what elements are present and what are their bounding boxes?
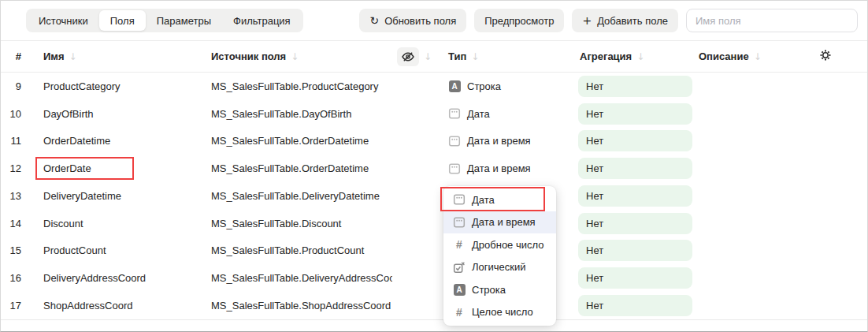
table-row: 11 OrderDatetime MS_SalesFullTable.Order… <box>1 128 867 155</box>
field-source-cell: MS_SalesFullTable.ProductCount <box>211 244 392 256</box>
eye-off-icon[interactable] <box>397 47 419 66</box>
field-name-cell[interactable]: OrderDate <box>37 162 211 174</box>
dropdown-item[interactable]: # Целое число <box>443 301 556 324</box>
refresh-icon: ↻ <box>369 15 379 26</box>
header-name[interactable]: Имя↓ <box>37 50 211 62</box>
table-row: 17 ShopAddressCoord MS_SalesFullTable.Sh… <box>1 292 867 319</box>
dropdown-item-label: Дробное число <box>472 239 543 251</box>
refresh-fields-button[interactable]: ↻ Обновить поля <box>359 9 466 32</box>
type-icon: # <box>453 238 466 251</box>
field-name-search-input[interactable] <box>686 9 858 32</box>
type-icon <box>453 216 466 229</box>
dropdown-item[interactable]: # Дробное число <box>443 233 556 256</box>
header-aggregation[interactable]: Агрегация↓ <box>578 50 692 62</box>
tab-label: Фильтрация <box>233 15 291 27</box>
sort-arrow-icon: ↓ <box>471 51 479 62</box>
field-aggregation-cell: Нет <box>578 295 692 316</box>
dropdown-item[interactable]: A Строка <box>443 278 556 301</box>
header-visibility[interactable]: ↓ <box>392 47 443 66</box>
table-header: # Имя↓ Источник поля↓ ↓ Тип↓ Агрегация↓ … <box>1 41 867 73</box>
type-label: Дата и время <box>467 162 531 174</box>
header-type[interactable]: Тип↓ <box>443 50 578 62</box>
field-name-cell[interactable]: OrderDatetime <box>37 135 211 147</box>
dropdown-item[interactable]: Дата <box>443 188 556 211</box>
field-source-cell: MS_SalesFullTable.DeliveryAddressCoord <box>211 272 392 284</box>
type-icon <box>448 162 461 175</box>
field-type-cell[interactable]: Дата и время <box>443 162 578 175</box>
field-aggregation-cell: Нет <box>578 158 692 179</box>
field-source-cell: MS_SalesFullTable.Discount <box>211 218 392 229</box>
table-row: 16 DeliveryAddressCoord MS_SalesFullTabl… <box>1 264 867 292</box>
table-row: 14 Discount MS_SalesFullTable.Discount Н… <box>1 210 867 237</box>
row-number: 16 <box>1 272 37 284</box>
tab[interactable]: Параметры <box>146 10 222 31</box>
field-aggregation-cell: Нет <box>578 240 692 261</box>
field-name-cell[interactable]: ShopAddressCoord <box>37 300 211 311</box>
sort-arrow-icon: ↓ <box>69 51 77 62</box>
sort-arrow-icon: ↓ <box>636 51 644 62</box>
dropdown-item[interactable]: Дата и время <box>443 211 556 234</box>
row-number: 13 <box>1 190 37 202</box>
aggregation-pill[interactable]: Нет <box>578 76 692 97</box>
aggregation-pill[interactable]: Нет <box>578 213 692 234</box>
tab[interactable]: Фильтрация <box>222 10 302 31</box>
field-name-cell[interactable]: Discount <box>37 218 211 229</box>
field-name-cell[interactable]: DeliveryAddressCoord <box>37 272 211 284</box>
header-number: # <box>1 50 37 62</box>
dropdown-item-label: Логический <box>472 261 525 273</box>
preview-button[interactable]: Предпросмотр <box>474 9 564 32</box>
fields-table-body: 9 ProductCategory MS_SalesFullTable.Prod… <box>1 73 867 320</box>
field-aggregation-cell: Нет <box>578 267 692 289</box>
sort-arrow-icon: ↓ <box>291 51 299 62</box>
gear-icon[interactable] <box>818 48 833 65</box>
field-name-cell[interactable]: ProductCount <box>37 244 211 256</box>
row-number: 14 <box>1 218 37 229</box>
aggregation-pill[interactable]: Нет <box>578 267 692 289</box>
field-aggregation-cell: Нет <box>578 103 692 125</box>
dropdown-item-label: Дата и время <box>472 216 536 228</box>
field-aggregation-cell: Нет <box>578 185 692 207</box>
type-label: Строка <box>467 80 501 92</box>
toolbar: Источники Поля Параметры Фильтрация ↻ Об… <box>1 1 867 41</box>
refresh-fields-label: Обновить поля <box>384 15 456 27</box>
field-source-cell: MS_SalesFullTable.ShopAddressCoord <box>211 300 392 311</box>
header-source[interactable]: Источник поля↓ <box>211 50 392 62</box>
header-settings <box>818 48 867 65</box>
field-type-cell[interactable]: A Строка <box>443 80 578 92</box>
field-aggregation-cell: Нет <box>578 213 692 234</box>
table-row: 9 ProductCategory MS_SalesFullTable.Prod… <box>1 73 867 100</box>
table-row: 15 ProductCount MS_SalesFullTable.Produc… <box>1 237 867 265</box>
field-name-cell[interactable]: DeliveryDatetime <box>37 190 211 202</box>
aggregation-pill[interactable]: Нет <box>578 185 692 207</box>
add-field-button[interactable]: + Добавить поле <box>572 9 678 32</box>
add-field-label: Добавить поле <box>597 15 668 27</box>
aggregation-pill[interactable]: Нет <box>578 240 692 261</box>
row-number: 15 <box>1 244 37 256</box>
field-name-cell[interactable]: DayOfBirth <box>37 108 211 120</box>
aggregation-pill[interactable]: Нет <box>578 130 692 151</box>
aggregation-pill[interactable]: Нет <box>578 295 692 316</box>
row-number: 17 <box>1 300 37 311</box>
dataset-fields-editor: Источники Поля Параметры Фильтрация ↻ Об… <box>0 0 868 332</box>
aggregation-pill[interactable]: Нет <box>578 103 692 125</box>
row-number: 12 <box>1 162 37 174</box>
tab-label: Поля <box>110 15 135 27</box>
tab[interactable]: Источники <box>28 10 99 31</box>
aggregation-pill[interactable]: Нет <box>578 158 692 179</box>
field-type-cell[interactable]: Дата <box>443 107 578 120</box>
type-icon <box>448 135 461 147</box>
field-type-cell[interactable]: Дата и время <box>443 135 578 147</box>
tab-label: Источники <box>39 15 88 27</box>
field-aggregation-cell: Нет <box>578 76 692 97</box>
plus-icon: + <box>582 15 592 26</box>
dropdown-item-label: Строка <box>472 284 506 296</box>
sort-arrow-icon: ↓ <box>754 51 762 62</box>
header-description[interactable]: Описание↓ <box>692 50 818 62</box>
dropdown-item[interactable]: Логический <box>443 256 556 279</box>
field-source-cell: MS_SalesFullTable.OrderDatetime <box>211 162 392 174</box>
type-label: Дата и время <box>467 135 531 147</box>
tab[interactable]: Поля <box>99 10 146 31</box>
dropdown-item-label: Дата <box>472 194 495 206</box>
field-source-cell: MS_SalesFullTable.OrderDatetime <box>211 135 392 147</box>
field-name-cell[interactable]: ProductCategory <box>37 80 211 92</box>
